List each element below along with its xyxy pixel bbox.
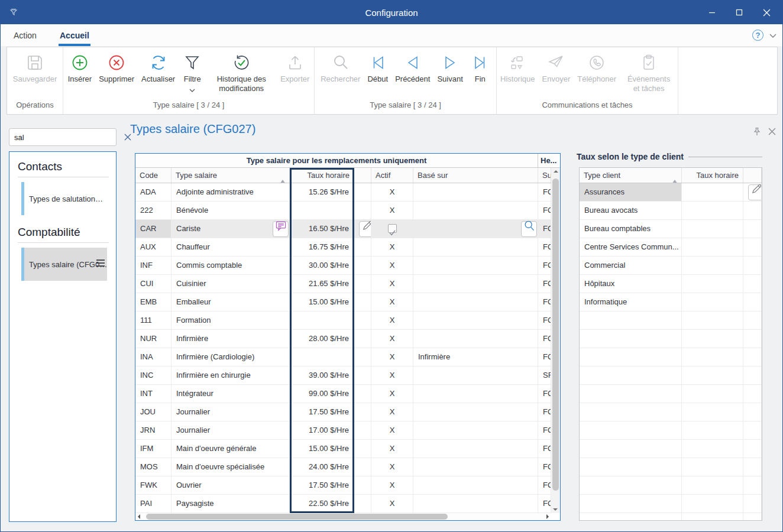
cell-taux-horaire[interactable]: 24.00 $/Hre [290, 458, 354, 476]
comm-history-button[interactable]: Historique [497, 51, 538, 85]
cell-taux-horaire[interactable]: 28.00 $/Hre [290, 330, 354, 348]
hamburger-menu-icon[interactable] [96, 259, 105, 270]
filter-button[interactable]: Filtre [179, 51, 205, 96]
cell-type-client[interactable]: Assurances [580, 183, 682, 201]
cell-row-tools[interactable] [354, 458, 371, 476]
pencil-button[interactable] [359, 221, 371, 237]
cell-type-salaire[interactable]: Journalier [172, 421, 290, 439]
cell-client-taux-horaire[interactable] [682, 183, 743, 201]
cell-client-tools[interactable] [743, 275, 762, 293]
cell-actif[interactable]: X [371, 458, 413, 476]
help-icon[interactable]: ? [752, 30, 763, 41]
cell-actif[interactable]: X [371, 403, 413, 421]
salary-row-emb[interactable]: EMBEmballeur15.00 $/HreXFO [135, 293, 560, 312]
cell-row-tools[interactable] [354, 348, 371, 366]
cell-type-salaire[interactable]: Emballeur [172, 293, 290, 311]
cell-row-tools[interactable] [354, 440, 371, 458]
cell-client-taux-horaire[interactable] [682, 257, 743, 274]
pencil-button[interactable] [748, 184, 762, 200]
cell-taux-horaire[interactable]: 99.00 $/Hre [290, 385, 354, 403]
cell-actif[interactable]: X [371, 275, 413, 293]
cell-taux-horaire[interactable]: 22.50 $/Hre [290, 495, 354, 512]
salary-row-ina[interactable]: INAInfirmière (Cardiologie)XInfirmièreFO [135, 348, 560, 366]
cell-base-sur[interactable] [413, 476, 538, 494]
cell-actif[interactable]: X [371, 476, 413, 494]
previous-button[interactable]: Précédent [392, 51, 433, 85]
cell-code[interactable]: 111 [135, 312, 172, 329]
column-header-tools[interactable] [354, 168, 371, 183]
cell-base-sur[interactable] [413, 385, 538, 403]
cell-type-salaire[interactable]: Main d'oeuvre spécialisée [172, 458, 290, 476]
cell-client-taux-horaire[interactable] [682, 202, 743, 219]
vertical-scrollbar[interactable] [551, 168, 560, 513]
cell-base-sur[interactable] [413, 403, 538, 421]
salary-row-inf[interactable]: INFCommis comptable30.00 $/HreXFO [135, 257, 560, 275]
cell-base-sur[interactable] [413, 421, 538, 439]
salary-row-ifm[interactable]: IFMMain d'oeuvre générale15.00 $/HreXFO [135, 440, 560, 458]
vertical-scroll-thumb[interactable] [552, 179, 559, 491]
cell-code[interactable]: MOS [135, 458, 172, 476]
salary-row-int[interactable]: INTIntégrateur99.00 $/HreXFO [135, 385, 560, 403]
cell-type-salaire[interactable]: Bénévole [172, 202, 290, 219]
cell-row-tools[interactable] [354, 421, 371, 439]
scroll-left-icon[interactable] [138, 514, 140, 519]
cell-code[interactable]: INF [135, 257, 172, 274]
events-tasks-button[interactable]: Événements et tâches [620, 51, 677, 95]
cell-type-client[interactable]: Informatique [580, 293, 682, 311]
cell-type-salaire[interactable]: Chauffeur [172, 238, 290, 256]
client-row[interactable]: Hôpitaux [580, 275, 762, 293]
cell-client-taux-horaire[interactable] [682, 275, 743, 293]
cell-base-sur[interactable] [413, 275, 538, 293]
cell-type-salaire[interactable]: Infirmière [172, 330, 290, 348]
cell-suite[interactable]: FO [538, 312, 551, 329]
cell-actif[interactable]: X [371, 495, 413, 512]
cell-suite[interactable]: FO [538, 238, 551, 256]
cell-base-sur[interactable] [413, 330, 538, 348]
sidebar-item[interactable]: Types salaire (CFG0… [21, 248, 109, 281]
salary-row-fwk[interactable]: FWKOuvrier17.50 $/HreXFO [135, 476, 560, 495]
client-row[interactable]: Centre Services Commun... [580, 238, 762, 257]
cell-client-tools[interactable] [743, 202, 762, 219]
save-button[interactable]: Sauvegarder [10, 51, 60, 85]
cell-suite[interactable]: FO [538, 293, 551, 311]
close-icon[interactable] [753, 1, 780, 24]
tab-action[interactable]: Action [10, 24, 40, 46]
cell-suite[interactable]: FO [538, 495, 551, 512]
actif-checkbox[interactable] [388, 224, 397, 233]
cell-type-salaire[interactable]: Formation [172, 312, 290, 329]
cell-taux-horaire[interactable]: 15.00 $/Hre [290, 440, 354, 458]
cell-code[interactable]: NUR [135, 330, 172, 348]
cell-client-tools[interactable] [743, 238, 762, 256]
salary-row-222[interactable]: 222BénévoleXFO [135, 202, 560, 220]
cell-code[interactable]: PAI [135, 495, 172, 512]
column-header-bas-sur[interactable]: Basé sur [413, 168, 538, 183]
salary-row-inc[interactable]: INCInfirmière en chirurgie39.00 $/HreXSF [135, 366, 560, 385]
column-header-taux-horaire[interactable]: Taux horaire [290, 168, 354, 183]
cell-code[interactable]: CUI [135, 275, 172, 293]
cell-code[interactable]: FWK [135, 476, 172, 494]
cell-base-sur[interactable] [413, 183, 538, 201]
salary-row-pai[interactable]: PAIPaysagiste22.50 $/HreXFO [135, 495, 560, 513]
horizontal-scroll-thumb[interactable] [146, 514, 448, 520]
cell-suite[interactable]: FO [538, 202, 551, 219]
cell-row-tools[interactable] [354, 385, 371, 403]
cell-code[interactable]: INA [135, 348, 172, 366]
cell-actif[interactable]: X [371, 348, 413, 366]
cell-suite[interactable]: FO [538, 275, 551, 293]
client-row[interactable]: Bureau avocats [580, 202, 762, 220]
cell-actif[interactable]: X [371, 202, 413, 219]
maximize-icon[interactable] [726, 1, 753, 24]
search-input[interactable] [9, 133, 123, 142]
cell-type-client[interactable]: Bureau avocats [580, 202, 682, 219]
cell-type-salaire[interactable]: Commis comptable [172, 257, 290, 274]
cell-type-client[interactable]: Commercial [580, 257, 682, 274]
column-header-code[interactable]: Code [135, 168, 172, 183]
cell-suite[interactable]: FO [538, 421, 551, 439]
horizontal-scrollbar[interactable] [135, 513, 551, 520]
cell-row-tools[interactable] [354, 293, 371, 311]
cell-base-sur[interactable] [413, 458, 538, 476]
cell-type-client[interactable]: Centre Services Commun... [580, 238, 682, 256]
salary-row-ada[interactable]: ADAAdjointe administrative15.26 $/HreXFO [135, 183, 560, 202]
cell-code[interactable]: INC [135, 366, 172, 384]
cell-row-tools[interactable] [354, 330, 371, 348]
